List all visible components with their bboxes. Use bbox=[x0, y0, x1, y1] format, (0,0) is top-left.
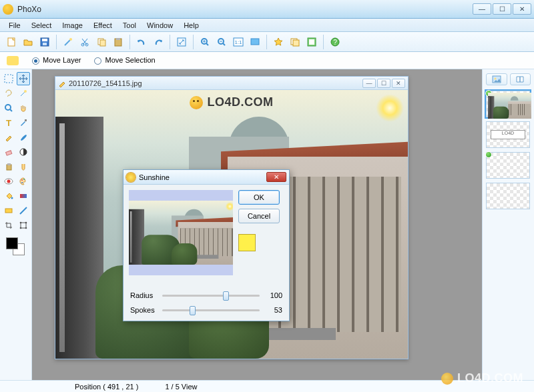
radius-value: 100 bbox=[265, 291, 282, 299]
brush-tool-icon[interactable] bbox=[17, 131, 30, 144]
palette-tool-icon[interactable] bbox=[17, 175, 30, 188]
shape-rect-tool-icon[interactable] bbox=[2, 204, 15, 217]
svg-point-24 bbox=[24, 90, 27, 93]
svg-rect-20 bbox=[309, 39, 314, 45]
brand-overlay: LO4D.COM bbox=[55, 95, 408, 109]
wand-icon[interactable] bbox=[61, 35, 75, 49]
new-file-icon[interactable] bbox=[4, 35, 19, 49]
svg-point-46 bbox=[494, 78, 496, 80]
transform-tool-icon[interactable] bbox=[17, 219, 30, 232]
layer-2[interactable]: LO4D bbox=[486, 121, 530, 148]
spokes-label: Spokes bbox=[130, 306, 157, 314]
document-filename: 20110726_154115.jpg bbox=[69, 79, 142, 87]
text-tool-icon[interactable]: T bbox=[2, 116, 15, 129]
layers-panel: LO4D bbox=[482, 69, 534, 380]
redo-icon[interactable] bbox=[151, 35, 166, 49]
dialog-close-button[interactable]: ✕ bbox=[266, 172, 286, 182]
undo-icon[interactable] bbox=[134, 35, 149, 49]
radius-slider[interactable] bbox=[162, 295, 260, 297]
crop-tool-icon[interactable] bbox=[2, 219, 15, 232]
contrast-tool-icon[interactable] bbox=[17, 145, 30, 159]
cut-icon[interactable] bbox=[77, 35, 92, 49]
zoom-out-icon[interactable] bbox=[214, 35, 229, 49]
lasso-tool-icon[interactable] bbox=[2, 87, 15, 100]
redeye-tool-icon[interactable] bbox=[2, 175, 15, 188]
layer-text-thumb: LO4D bbox=[491, 130, 525, 139]
pencil-tool-icon[interactable] bbox=[2, 131, 15, 144]
paste-icon[interactable] bbox=[111, 35, 125, 49]
gradient-tool-icon[interactable] bbox=[17, 189, 30, 203]
fit-screen-icon[interactable] bbox=[248, 35, 262, 49]
visibility-dot-icon[interactable] bbox=[485, 151, 492, 158]
resize-icon[interactable] bbox=[174, 35, 189, 49]
layer-1[interactable] bbox=[486, 91, 530, 117]
save-icon[interactable] bbox=[37, 35, 52, 49]
doc-close-button[interactable]: ✕ bbox=[392, 79, 405, 88]
bucket-tool-icon[interactable] bbox=[2, 189, 15, 203]
doc-minimize-button[interactable]: — bbox=[362, 79, 376, 88]
menu-image[interactable]: Image bbox=[57, 20, 87, 31]
smudge-tool-icon[interactable] bbox=[17, 160, 30, 173]
layers-tab-book-icon[interactable] bbox=[510, 73, 531, 85]
layer-4[interactable] bbox=[486, 183, 530, 209]
wand-tool-icon[interactable] bbox=[17, 87, 30, 100]
move-layer-option[interactable]: Move Layer bbox=[32, 56, 81, 65]
svg-point-44 bbox=[25, 227, 27, 229]
eraser-tool-icon[interactable] bbox=[2, 145, 15, 159]
move-selection-option[interactable]: Move Selection bbox=[94, 56, 155, 65]
copy-icon[interactable] bbox=[94, 35, 109, 49]
zoom-tool-icon[interactable] bbox=[2, 101, 15, 115]
svg-point-4 bbox=[69, 38, 72, 41]
zoom-in-icon[interactable] bbox=[198, 35, 212, 49]
pencil-icon bbox=[58, 79, 66, 87]
main-toolbar: 1:1 ? bbox=[0, 32, 534, 52]
menu-select[interactable]: Select bbox=[27, 20, 57, 31]
clone-tool-icon[interactable] bbox=[2, 160, 15, 173]
batch-icon[interactable] bbox=[304, 35, 319, 49]
spokes-slider[interactable] bbox=[162, 309, 260, 311]
doc-maximize-button[interactable]: ☐ bbox=[377, 79, 390, 88]
ok-button[interactable]: OK bbox=[238, 190, 280, 205]
document-titlebar[interactable]: 20110726_154115.jpg — ☐ ✕ bbox=[55, 77, 408, 90]
menu-tool[interactable]: Tool bbox=[118, 20, 141, 31]
frames-icon[interactable] bbox=[288, 35, 302, 49]
svg-text:T: T bbox=[6, 118, 11, 127]
svg-point-41 bbox=[19, 222, 21, 224]
foreground-color-swatch[interactable] bbox=[6, 237, 18, 249]
minimize-button[interactable]: — bbox=[473, 3, 491, 15]
open-file-icon[interactable] bbox=[21, 35, 35, 49]
help-icon[interactable]: ? bbox=[328, 35, 342, 49]
menu-help[interactable]: Help bbox=[179, 20, 204, 31]
svg-rect-23 bbox=[5, 75, 13, 83]
svg-point-34 bbox=[21, 179, 23, 181]
select-rect-tool-icon[interactable] bbox=[2, 72, 15, 85]
hand-tool-icon[interactable] bbox=[17, 101, 30, 115]
color-swatches[interactable] bbox=[2, 237, 29, 256]
layers-tab-image-icon[interactable] bbox=[486, 73, 507, 85]
eyedropper-tool-icon[interactable] bbox=[17, 116, 30, 129]
zoom-actual-icon[interactable]: 1:1 bbox=[231, 35, 246, 49]
menu-window[interactable]: Window bbox=[142, 20, 178, 31]
cancel-button[interactable]: Cancel bbox=[238, 209, 280, 223]
app-title: PhoXo bbox=[17, 5, 473, 14]
svg-rect-39 bbox=[5, 209, 12, 213]
menu-bar: File Select Image Effect Tool Window Hel… bbox=[0, 19, 534, 32]
maximize-button[interactable]: ☐ bbox=[493, 3, 511, 15]
line-tool-icon[interactable] bbox=[17, 204, 30, 217]
svg-point-35 bbox=[23, 179, 25, 180]
svg-rect-30 bbox=[7, 165, 11, 170]
window-titlebar: PhoXo — ☐ ✕ bbox=[0, 0, 534, 19]
svg-rect-2 bbox=[42, 39, 47, 41]
svg-rect-8 bbox=[100, 40, 105, 46]
menu-file[interactable]: File bbox=[4, 20, 25, 31]
move-tool-icon[interactable] bbox=[17, 72, 30, 85]
dialog-titlebar[interactable]: Sunshine ✕ bbox=[123, 170, 289, 185]
svg-rect-10 bbox=[116, 38, 120, 40]
star-icon[interactable] bbox=[271, 35, 286, 49]
menu-effect[interactable]: Effect bbox=[89, 20, 117, 31]
color-picker-swatch[interactable] bbox=[238, 234, 256, 251]
layer-3[interactable] bbox=[486, 152, 530, 179]
sunshine-dialog: Sunshine ✕ OK Cancel bbox=[123, 169, 290, 321]
radius-label: Radius bbox=[130, 291, 157, 299]
close-button[interactable]: ✕ bbox=[513, 3, 531, 15]
